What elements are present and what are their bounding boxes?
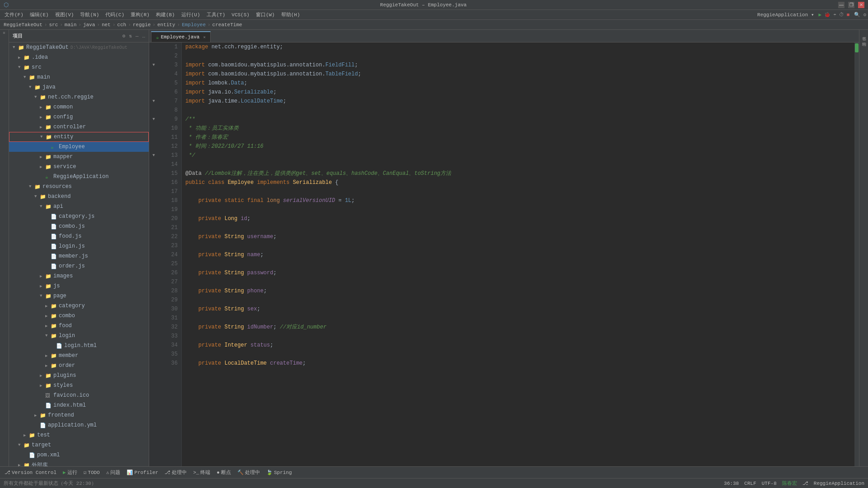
settings-button[interactable]: ⚙ <box>863 12 866 18</box>
menu-navigate[interactable]: 导航(N) <box>77 10 102 19</box>
tree-item-page-category[interactable]: ▶ 📁 category <box>9 301 149 311</box>
breadcrumb-item-5[interactable]: cch <box>117 22 126 28</box>
code-line-2[interactable] <box>182 52 854 61</box>
minimize-button[interactable]: — <box>838 2 844 8</box>
bookmarks-tab[interactable]: 书签 <box>860 32 868 35</box>
breadcrumb-item-6[interactable]: reggie <box>133 22 151 28</box>
code-line-1[interactable]: package net.cch.reggie.entity; <box>182 42 854 52</box>
breadcrumb-item-0[interactable]: ReggieTakeOut <box>4 22 42 28</box>
profile-button[interactable]: ⏱ <box>839 12 844 18</box>
breadcrumb-item-3[interactable]: java <box>83 22 95 28</box>
tree-item-backend[interactable]: ▼ 📁 backend <box>9 192 149 202</box>
tree-item-entity[interactable]: ▼ 📁 entity <box>9 132 149 142</box>
collapse-icon-7[interactable]: ▼ <box>152 99 155 103</box>
run-button[interactable]: ▶ <box>819 12 822 18</box>
code-line-7[interactable]: import java.time.LocalDateTime; <box>182 97 854 106</box>
tree-arrow-java[interactable]: ▼ <box>29 85 34 89</box>
search-button[interactable]: 🔍 <box>854 12 860 18</box>
tree-arrow-page-combo[interactable]: ▶ <box>45 314 51 319</box>
tree-arrow-idea[interactable]: ▶ <box>18 55 24 60</box>
code-line-4[interactable]: import com.baomidou.mybatisplus.annotati… <box>182 70 854 79</box>
menu-edit[interactable]: 编辑(E) <box>27 10 52 19</box>
tree-item-employee[interactable]: ☕ Employee <box>9 142 149 152</box>
tree-arrow-config[interactable]: ▶ <box>40 115 45 120</box>
tree-item-page[interactable]: ▼ 📁 page <box>9 291 149 301</box>
structure-tab[interactable]: 结构 <box>860 37 868 41</box>
code-line-17[interactable] <box>182 187 854 196</box>
tree-item-page-combo[interactable]: ▶ 📁 combo <box>9 311 149 321</box>
menu-view[interactable]: 视图(V) <box>52 10 77 19</box>
tree-item-page-food[interactable]: ▶ 📁 food <box>9 321 149 331</box>
tree-item-images[interactable]: ▶ 📁 images <box>9 271 149 281</box>
tree-arrow-page[interactable]: ▼ <box>40 294 45 298</box>
tree-item-index-html[interactable]: 📄 index.html <box>9 400 149 410</box>
status-app[interactable]: ReggieApplication <box>814 481 864 486</box>
terminal-button[interactable]: >_ 终端 <box>190 468 213 477</box>
profiler-button[interactable]: 📊 Profiler <box>124 469 161 476</box>
collapse-icon-3[interactable]: ▼ <box>152 63 155 67</box>
code-line-27[interactable] <box>182 277 854 286</box>
gutter-13[interactable]: ▼ <box>149 151 158 160</box>
tree-arrow-images[interactable]: ▶ <box>40 274 45 279</box>
tree-item-login-js[interactable]: 📄 login.js <box>9 241 149 251</box>
menu-window[interactable]: 窗口(W) <box>253 10 278 19</box>
code-line-15[interactable]: @Data //Lombok注解，注在类上，提供类的get、set、equals… <box>182 169 854 178</box>
code-line-12[interactable]: * 时间：2022/10/27 11:16 <box>182 142 854 151</box>
tree-arrow-frontend[interactable]: ▶ <box>34 413 40 418</box>
tree-item-plugins[interactable]: ▶ 📁 plugins <box>9 371 149 380</box>
tree-item-food-js[interactable]: 📄 food.js <box>9 231 149 241</box>
git-button[interactable]: ⎇ 处理中 <box>162 468 189 477</box>
collapse-icon-9[interactable]: ▼ <box>152 117 155 122</box>
tree-item-reggie-app[interactable]: ☕ ReggieApplication <box>9 172 149 182</box>
code-line-24[interactable]: private String name; <box>182 250 854 259</box>
collapse-icon-13[interactable]: ▼ <box>152 153 155 158</box>
menu-code[interactable]: 代码(C) <box>103 10 127 19</box>
tree-item-page-login[interactable]: ▼ 📁 login <box>9 331 149 341</box>
code-line-30[interactable]: private String sex; <box>182 305 854 314</box>
status-charset[interactable]: UTF-8 <box>762 481 777 486</box>
tree-item-idea[interactable]: ▶ 📁 .idea <box>9 52 149 62</box>
code-line-20[interactable]: private Long id; <box>182 214 854 223</box>
code-line-5[interactable]: import lombok.Data; <box>182 79 854 88</box>
tree-item-member-js[interactable]: 📄 member.js <box>9 251 149 261</box>
tree-arrow-api[interactable]: ▼ <box>40 204 45 209</box>
tree-item-controller[interactable]: ▶ 📁 controller <box>9 122 149 132</box>
tree-arrow-page-order[interactable]: ▶ <box>45 363 51 368</box>
code-line-26[interactable]: private String password; <box>182 268 854 277</box>
tree-arrow-external[interactable]: ▶ <box>18 463 24 467</box>
tree-arrow-test[interactable]: ▶ <box>24 433 29 438</box>
run-panel-button[interactable]: ▶ 运行 <box>60 468 80 477</box>
tree-arrow-page-login[interactable]: ▼ <box>45 333 51 338</box>
code-line-11[interactable]: * 作者：陈春宏 <box>182 133 854 142</box>
tree-arrow-js-folder[interactable]: ▶ <box>40 284 45 289</box>
code-line-32[interactable]: private String idNumber; //对应id_number <box>182 323 854 332</box>
sidebar-settings-icon[interactable]: ⚙ <box>123 33 126 39</box>
tree-item-package[interactable]: ▼ 📁 net.cch.reggie <box>9 92 149 102</box>
breadcrumb-item-2[interactable]: main <box>65 22 76 28</box>
tree-arrow-page-member[interactable]: ▶ <box>45 353 51 358</box>
tree-arrow-service[interactable]: ▶ <box>40 164 45 169</box>
tree-item-page-member[interactable]: ▶ 📁 member <box>9 351 149 361</box>
restore-button[interactable]: ❐ <box>848 2 854 8</box>
tree-arrow-controller[interactable]: ▶ <box>40 125 45 130</box>
tree-item-category-js[interactable]: 📄 category.js <box>9 211 149 221</box>
build-button[interactable]: 🔨 处理中 <box>235 468 263 477</box>
gutter-3[interactable]: ▼ <box>149 61 158 70</box>
tree-arrow-root[interactable]: ▼ <box>13 45 18 50</box>
code-line-9[interactable]: /** <box>182 115 854 124</box>
tree-item-mapper[interactable]: ▶ 📁 mapper <box>9 152 149 162</box>
tree-item-service[interactable]: ▶ 📁 service <box>9 162 149 172</box>
code-line-33[interactable] <box>182 332 854 341</box>
code-line-14[interactable] <box>182 160 854 169</box>
code-line-22[interactable]: private String username; <box>182 232 854 241</box>
menu-vcs[interactable]: VCS(S) <box>229 11 252 19</box>
code-line-8[interactable] <box>182 106 854 115</box>
tree-arrow-main[interactable]: ▼ <box>24 75 29 80</box>
tree-arrow-backend[interactable]: ▼ <box>34 194 40 199</box>
tree-item-favicon[interactable]: 🖼 favicon.ico <box>9 390 149 400</box>
code-line-10[interactable]: * 功能：员工实体类 <box>182 124 854 133</box>
coverage-button[interactable]: ☂ <box>833 12 836 18</box>
tree-arrow-common[interactable]: ▶ <box>40 105 45 110</box>
code-line-34[interactable]: private Integer status; <box>182 341 854 350</box>
close-button[interactable]: ✕ <box>858 2 864 8</box>
